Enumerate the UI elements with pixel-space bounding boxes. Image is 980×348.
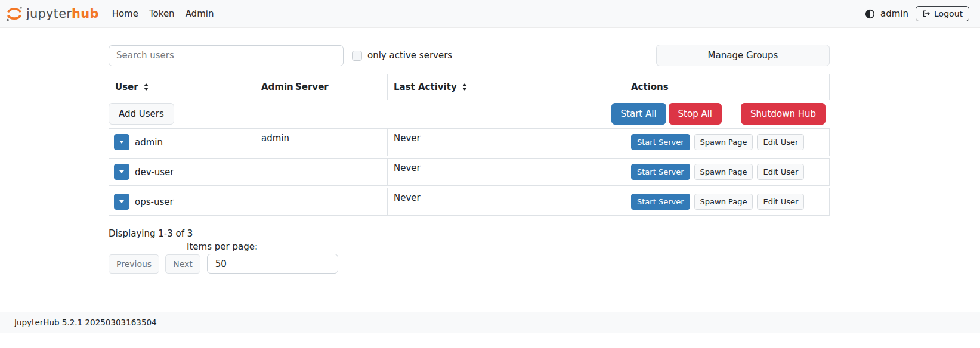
last-activity-cell: Never: [388, 129, 625, 156]
previous-page-button[interactable]: Previous: [109, 254, 159, 274]
header-admin: Admin: [255, 74, 289, 100]
user-cell: ops-user: [109, 188, 255, 215]
last-activity-cell: Never: [388, 159, 625, 185]
nav-link-admin[interactable]: Admin: [186, 8, 214, 19]
header-server-label: Server: [295, 82, 329, 92]
user-cell: admin: [109, 129, 255, 156]
table-row: dev-user Never Start Server Spawn Page E…: [109, 158, 830, 186]
page-footer: JupyterHub 5.2.1 20250303163504: [0, 312, 980, 333]
next-page-button[interactable]: Next: [165, 254, 200, 274]
current-user-label: admin: [880, 8, 908, 19]
header-actions: Actions: [625, 74, 829, 100]
server-cell: [289, 159, 388, 185]
header-admin-label: Admin: [261, 82, 293, 92]
items-per-page-input[interactable]: [207, 254, 338, 274]
expand-user-dropdown-button[interactable]: [114, 194, 129, 210]
logout-button[interactable]: Logout: [916, 6, 969, 21]
edit-user-button[interactable]: Edit User: [757, 164, 804, 180]
header-last-activity[interactable]: Last Activity: [388, 74, 625, 100]
jupyterhub-logo[interactable]: jupyterhub: [5, 4, 99, 23]
start-server-button[interactable]: Start Server: [631, 194, 690, 210]
navbar-right: admin Logout: [865, 6, 969, 21]
table-row: ops-user Never Start Server Spawn Page E…: [109, 188, 830, 216]
brand-text: jupyterhub: [26, 7, 99, 21]
version-label: JupyterHub 5.2.1 20250303163504: [14, 318, 157, 327]
theme-toggle-icon[interactable]: [865, 9, 875, 19]
start-server-button[interactable]: Start Server: [631, 134, 690, 150]
logout-label: Logout: [934, 9, 963, 18]
caret-down-icon: [119, 141, 124, 144]
user-toolbar: only active servers Manage Groups: [109, 45, 830, 66]
nav-link-home[interactable]: Home: [112, 8, 138, 19]
header-user[interactable]: User: [109, 74, 255, 100]
nav-links: Home Token Admin: [112, 8, 225, 19]
user-cell: dev-user: [109, 159, 255, 185]
header-user-label: User: [115, 82, 138, 92]
username-label: ops-user: [135, 197, 174, 207]
edit-user-button[interactable]: Edit User: [757, 194, 804, 210]
only-active-label[interactable]: only active servers: [367, 50, 452, 61]
sort-last-activity-icon[interactable]: [462, 83, 467, 91]
server-cell: [289, 188, 388, 215]
stop-all-button[interactable]: Stop All: [669, 103, 722, 125]
start-server-button[interactable]: Start Server: [631, 164, 690, 180]
header-actions-label: Actions: [631, 82, 669, 92]
caret-down-icon: [119, 200, 124, 203]
sort-user-icon[interactable]: [144, 83, 149, 91]
actions-cell: Start Server Spawn Page Edit User: [625, 129, 829, 156]
items-per-page-label: Items per page:: [187, 241, 830, 252]
search-input[interactable]: [109, 45, 344, 66]
top-navbar: jupyterhub Home Token Admin admin Logout: [0, 0, 980, 28]
jupyter-logo-icon: [5, 4, 24, 23]
only-active-checkbox[interactable]: [352, 51, 362, 61]
add-users-button[interactable]: Add Users: [109, 103, 174, 125]
display-summary: Displaying 1-3 of 3: [109, 228, 830, 239]
actions-cell: Start Server Spawn Page Edit User: [625, 159, 829, 185]
active-servers-filter: only active servers: [352, 50, 452, 61]
shutdown-hub-button[interactable]: Shutdown Hub: [741, 103, 826, 125]
expand-user-dropdown-button[interactable]: [114, 164, 129, 180]
header-server: Server: [289, 74, 388, 100]
admin-page-main: only active servers Manage Groups User A…: [109, 45, 830, 274]
table-row: admin admin Never Start Server Spawn Pag…: [109, 128, 830, 156]
nav-link-token[interactable]: Token: [149, 8, 175, 19]
actions-cell: Start Server Spawn Page Edit User: [625, 188, 829, 215]
admin-cell: [255, 188, 289, 215]
manage-groups-button[interactable]: Manage Groups: [656, 45, 830, 66]
admin-cell: admin: [255, 129, 289, 156]
logout-icon: [922, 10, 930, 18]
pagination-controls: Previous Next: [109, 254, 830, 274]
spawn-page-button[interactable]: Spawn Page: [694, 164, 753, 180]
start-all-button[interactable]: Start All: [611, 103, 666, 125]
expand-user-dropdown-button[interactable]: [114, 134, 129, 150]
last-activity-cell: Never: [388, 188, 625, 215]
edit-user-button[interactable]: Edit User: [757, 134, 804, 150]
username-label: admin: [135, 137, 163, 148]
caret-down-icon: [119, 170, 124, 173]
table-header-row: User Admin Server Last Activity Actions: [109, 74, 830, 100]
header-last-activity-label: Last Activity: [394, 82, 457, 92]
table-controls-row: Add Users Start All Stop All Shutdown Hu…: [109, 100, 830, 128]
admin-cell: [255, 159, 289, 185]
spawn-page-button[interactable]: Spawn Page: [694, 194, 753, 210]
server-cell: [289, 129, 388, 156]
spawn-page-button[interactable]: Spawn Page: [694, 134, 753, 150]
users-table: User Admin Server Last Activity Actions …: [109, 74, 830, 216]
username-label: dev-user: [135, 167, 174, 178]
